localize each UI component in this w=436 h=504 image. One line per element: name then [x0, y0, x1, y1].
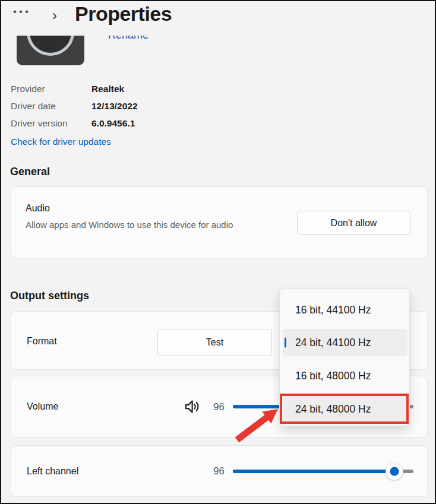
provider-value: Realtek	[91, 84, 124, 94]
format-label: Format	[27, 336, 57, 347]
left-channel-value: 96	[213, 465, 225, 477]
audio-card-description: Allow apps and Windows to use this devic…	[26, 219, 251, 231]
left-channel-slider-track[interactable]	[233, 470, 394, 473]
check-driver-updates-link[interactable]: Check for driver updates	[11, 137, 111, 147]
dont-allow-button[interactable]: Don't allow	[297, 211, 410, 235]
driver-info-row: Driver date12/13/2022	[11, 101, 138, 112]
chevron-right-icon: ›	[52, 7, 57, 24]
annotation-highlight-box	[280, 394, 409, 424]
format-option-label: 24 bit, 44100 Hz	[295, 337, 371, 349]
output-settings-heading: Output settings	[10, 290, 89, 302]
format-option-16bit-48000[interactable]: 16 bit, 48000 Hz	[283, 362, 407, 389]
speaker-volume-icon[interactable]	[183, 398, 201, 416]
general-heading: General	[10, 166, 50, 178]
driver-date-label: Driver date	[11, 101, 91, 112]
selected-accent-pill	[285, 338, 286, 348]
left-channel-label: Left channel	[27, 466, 78, 477]
left-channel-slider-handle[interactable]	[386, 462, 403, 480]
page-title: Properties	[75, 2, 172, 26]
device-image	[17, 36, 84, 65]
format-option-16bit-44100[interactable]: 16 bit, 44100 Hz	[283, 296, 407, 324]
more-options-icon[interactable]: •••	[13, 6, 31, 18]
provider-label: Provider	[11, 84, 91, 94]
settings-properties-page: ••• › Properties Rename ProviderRealtek …	[0, 0, 436, 504]
format-option-24bit-44100[interactable]: 24 bit, 44100 Hz	[283, 329, 407, 356]
volume-value: 96	[213, 401, 225, 413]
driver-date-value: 12/13/2022	[91, 101, 138, 111]
slider-handle-dot	[390, 467, 399, 476]
audio-permission-card: Audio Allow apps and Windows to use this…	[11, 186, 428, 258]
audio-card-title: Audio	[26, 203, 50, 214]
driver-version-label: Driver version	[11, 118, 91, 129]
driver-version-value: 6.0.9456.1	[91, 118, 135, 128]
volume-label: Volume	[27, 401, 58, 412]
driver-info-row: Driver version6.0.9456.1	[11, 118, 135, 129]
rename-link[interactable]: Rename	[108, 36, 149, 42]
rename-link-clipped[interactable]: Rename	[108, 36, 149, 49]
speaker-cone-graphic	[27, 36, 74, 56]
annotation-arrow-icon	[230, 404, 286, 448]
driver-info-row: ProviderRealtek	[11, 84, 124, 94]
test-button[interactable]: Test	[157, 329, 272, 356]
